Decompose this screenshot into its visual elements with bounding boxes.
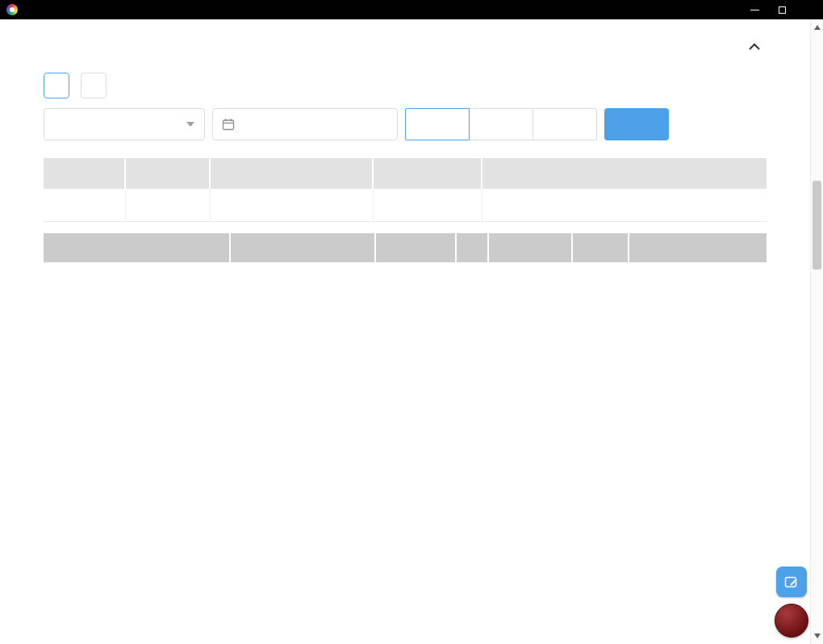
edit-note-icon (783, 573, 800, 591)
date-range-input[interactable] (212, 108, 398, 140)
minimize-button[interactable] (741, 0, 768, 19)
header-bet-amount (488, 233, 572, 262)
titlebar (0, 0, 823, 19)
summary-header-bonus (482, 158, 767, 189)
range-today-button[interactable] (405, 108, 470, 140)
game-select[interactable] (44, 108, 205, 140)
collapse-section-button[interactable] (746, 38, 763, 56)
scrollbar-thumb[interactable] (813, 181, 821, 270)
summary-total-label (44, 189, 125, 221)
summary-header-payout (373, 158, 482, 189)
summary-total-row (44, 189, 767, 221)
summary-payout-value (373, 189, 482, 221)
app-logo-icon (6, 4, 18, 15)
customer-service-button[interactable] (776, 567, 807, 597)
chevron-down-icon (186, 122, 194, 127)
summary-header-row (44, 158, 767, 189)
triangle-up-icon (814, 25, 821, 30)
maximize-button[interactable] (768, 0, 796, 19)
search-button[interactable] (604, 108, 669, 140)
record-tabs (44, 73, 767, 98)
tab-bet-records[interactable] (44, 73, 69, 98)
summary-header-bet-amount (210, 158, 373, 189)
close-button[interactable] (796, 0, 823, 19)
vertical-scrollbar (810, 19, 823, 644)
bet-records-table (44, 233, 767, 262)
summary-table (44, 158, 767, 222)
scroll-up-arrow[interactable] (811, 21, 823, 34)
header-payout (572, 233, 629, 262)
calendar-icon (222, 118, 235, 131)
member-center-window (0, 0, 823, 644)
header-bet-time (44, 233, 230, 262)
page-header (44, 38, 767, 56)
scroll-down-arrow[interactable] (811, 629, 823, 642)
header-result (456, 233, 488, 262)
summary-header-count (125, 158, 210, 189)
summary-header-blank (44, 158, 125, 189)
header-bonus (629, 233, 767, 262)
window-controls (741, 0, 823, 19)
minimize-icon (750, 10, 759, 10)
bet-table-header-row (44, 233, 767, 262)
triangle-down-icon (814, 634, 821, 638)
range-yesterday-button[interactable] (469, 108, 533, 140)
header-order-number (230, 233, 375, 262)
header-game-category (375, 233, 456, 262)
filter-bar (44, 108, 767, 140)
tab-cancelled-orders[interactable] (81, 73, 107, 98)
titlebar-left (0, 4, 24, 15)
summary-bonus-value (482, 189, 767, 221)
range-last8days-button[interactable] (533, 108, 597, 140)
main-content (0, 19, 810, 644)
summary-bet-amount-value (210, 189, 373, 221)
quick-range-group (405, 108, 597, 140)
bbin-logo-button[interactable] (775, 604, 808, 638)
chevron-up-icon (747, 41, 762, 52)
maximize-icon (779, 6, 786, 14)
summary-count-value (125, 189, 210, 221)
